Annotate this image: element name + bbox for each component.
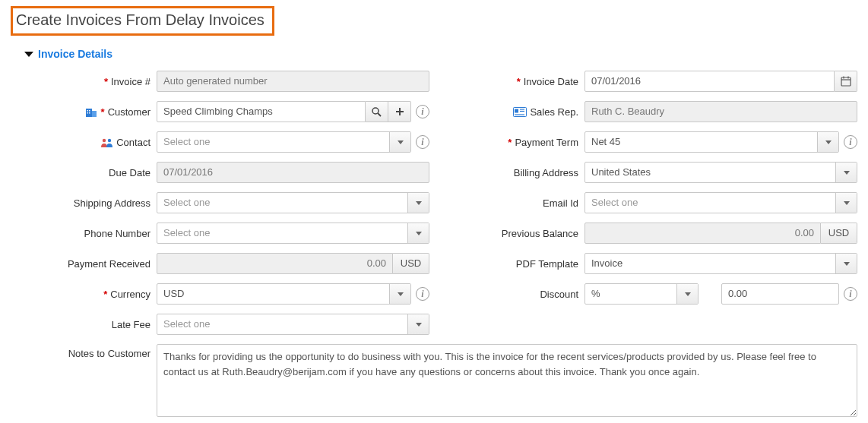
chevron-down-icon: [24, 52, 33, 57]
contact-select[interactable]: Select one: [157, 131, 411, 153]
customer-search-button[interactable]: [366, 101, 388, 122]
customer-label: Customer: [108, 106, 150, 118]
email-id-value: Select one: [591, 193, 835, 213]
late-fee-label: Late Fee: [112, 319, 150, 330]
id-card-icon: [513, 107, 527, 117]
contact-label: Contact: [116, 137, 150, 148]
svg-rect-7: [89, 110, 90, 112]
billing-address-label: Billing Address: [514, 167, 578, 178]
discount-value-input[interactable]: 0.00: [721, 283, 839, 305]
customer-input[interactable]: Speed Climbing Champs: [157, 101, 366, 122]
chevron-down-icon: [407, 193, 429, 213]
pdf-template-value: Invoice: [591, 254, 835, 273]
payment-term-value: Net 45: [591, 132, 817, 152]
shipping-address-select[interactable]: Select one: [157, 192, 429, 213]
invoice-no-label: Invoice #: [111, 76, 150, 87]
previous-balance-label: Previous Balance: [502, 228, 578, 239]
svg-point-19: [103, 138, 106, 141]
notes-label: Notes to Customer: [68, 348, 150, 359]
payment-received-unit: USD: [393, 253, 429, 274]
email-id-select[interactable]: Select one: [584, 192, 857, 213]
payment-term-label: Payment Term: [515, 137, 578, 148]
info-icon[interactable]: i: [844, 135, 857, 149]
section-toggle[interactable]: Invoice Details: [24, 48, 857, 60]
svg-rect-15: [515, 109, 518, 112]
previous-balance-input: 0.00: [584, 223, 821, 244]
contact-value: Select one: [163, 132, 389, 152]
info-icon[interactable]: i: [416, 287, 429, 301]
calendar-button[interactable]: [835, 71, 857, 92]
phone-number-label: Phone Number: [84, 228, 150, 239]
pdf-template-select[interactable]: Invoice: [584, 253, 857, 274]
phone-number-value: Select one: [163, 223, 407, 243]
payment-term-select[interactable]: Net 45: [584, 131, 839, 153]
pdf-template-label: PDF Template: [516, 258, 578, 270]
invoice-date-label: Invoice Date: [524, 76, 578, 87]
currency-value: USD: [163, 284, 389, 304]
chevron-down-icon: [407, 314, 429, 334]
late-fee-select[interactable]: Select one: [157, 314, 429, 335]
email-id-label: Email Id: [543, 197, 578, 209]
required-marker: *: [508, 137, 512, 148]
currency-label: Currency: [110, 289, 150, 300]
billing-address-select[interactable]: United States: [584, 162, 857, 183]
required-marker: *: [101, 106, 105, 118]
chevron-down-icon: [676, 284, 698, 304]
billing-address-value: United States: [591, 163, 835, 182]
chevron-down-icon: [817, 132, 838, 152]
shipping-address-value: Select one: [163, 193, 407, 213]
previous-balance-unit: USD: [821, 223, 857, 244]
sales-rep-label: Sales Rep.: [530, 106, 578, 118]
due-date-input: 07/01/2016: [157, 162, 429, 183]
info-icon[interactable]: i: [416, 105, 429, 118]
chevron-down-icon: [389, 284, 410, 304]
late-fee-value: Select one: [163, 314, 407, 334]
svg-rect-8: [87, 112, 88, 114]
page-title: Create Invoices From Delay Invoices: [11, 6, 274, 36]
chevron-down-icon: [407, 223, 429, 243]
building-icon: [86, 106, 98, 117]
customer-add-button[interactable]: [388, 101, 411, 122]
plus-icon: [395, 107, 404, 116]
chevron-down-icon: [389, 132, 410, 152]
chevron-down-icon: [835, 193, 857, 213]
search-icon: [372, 107, 382, 117]
payment-received-input: 0.00: [157, 253, 393, 274]
svg-point-10: [372, 108, 379, 114]
svg-rect-9: [89, 112, 90, 114]
chevron-down-icon: [835, 254, 857, 273]
currency-select[interactable]: USD: [157, 283, 411, 305]
svg-rect-0: [841, 77, 851, 86]
phone-number-select[interactable]: Select one: [157, 223, 429, 244]
calendar-icon: [841, 76, 851, 87]
sales-rep-input: Ruth C. Beaudry: [584, 101, 857, 122]
svg-line-11: [378, 113, 381, 116]
svg-point-20: [108, 138, 111, 141]
discount-type-select[interactable]: %: [584, 283, 699, 305]
people-icon: [101, 137, 113, 147]
invoice-no-input: Auto generated number: [157, 71, 429, 92]
required-marker: *: [517, 76, 521, 87]
section-title: Invoice Details: [38, 48, 112, 60]
required-marker: *: [104, 76, 108, 87]
invoice-date-input[interactable]: 07/01/2016: [584, 71, 835, 92]
info-icon[interactable]: i: [416, 135, 429, 149]
svg-rect-5: [92, 111, 97, 117]
required-marker: *: [103, 289, 107, 300]
info-icon[interactable]: i: [844, 287, 857, 301]
discount-type-value: %: [591, 284, 676, 304]
notes-textarea[interactable]: Thanks for providing us the opportunity …: [157, 344, 857, 417]
svg-rect-6: [87, 110, 88, 112]
shipping-address-label: Shipping Address: [74, 197, 150, 209]
discount-label: Discount: [540, 289, 578, 300]
payment-received-label: Payment Received: [68, 258, 150, 270]
chevron-down-icon: [835, 163, 857, 182]
due-date-label: Due Date: [109, 167, 150, 178]
